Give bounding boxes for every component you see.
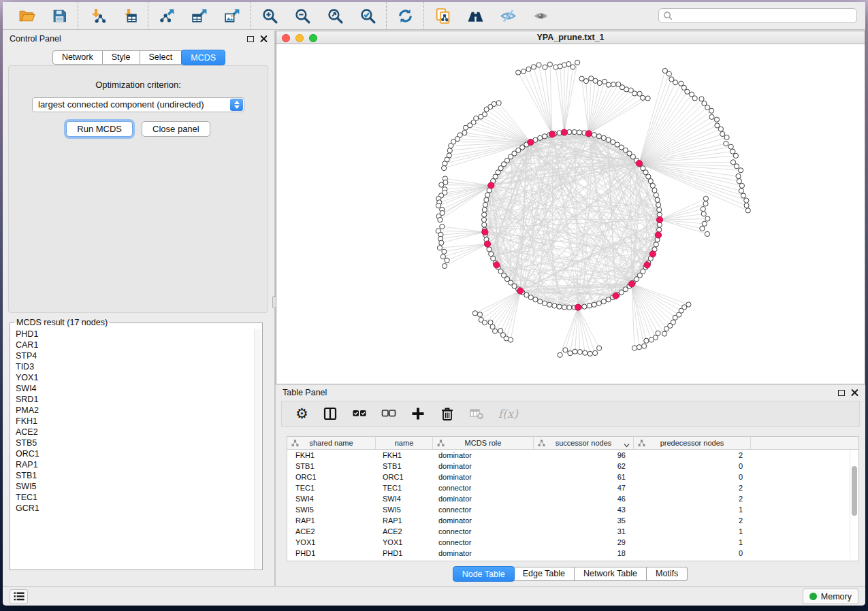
add-icon[interactable] <box>411 406 425 422</box>
column-header-successor-nodes[interactable]: successor nodes <box>534 437 634 449</box>
export-network-icon[interactable] <box>157 6 176 25</box>
zoom-out-icon[interactable] <box>293 6 312 25</box>
save-session-icon[interactable] <box>50 6 69 25</box>
table-cell: 0 <box>634 472 751 482</box>
mcds-result-item[interactable]: SRD1 <box>11 394 254 405</box>
table-row[interactable]: ACE2ACE2connector311 <box>287 526 858 537</box>
table-row[interactable]: RAP1RAP1dominator352 <box>287 515 858 526</box>
mcds-result-item[interactable]: STP4 <box>11 350 254 361</box>
refresh-icon[interactable] <box>396 6 415 25</box>
mcds-result-item[interactable]: PHD1 <box>11 329 254 340</box>
network-window-titlebar[interactable]: YPA_prune.txt_1 <box>276 31 865 44</box>
mcds-result-item[interactable]: CAR1 <box>11 340 254 350</box>
table-cell: 2 <box>634 450 751 461</box>
export-image-icon[interactable] <box>223 6 242 25</box>
maximize-window-icon[interactable] <box>309 34 317 42</box>
split-panel-icon[interactable] <box>323 406 338 422</box>
main-toolbar <box>3 2 865 30</box>
criterion-dropdown[interactable]: largest connected component (undirected) <box>32 97 244 112</box>
copy-network-icon[interactable] <box>433 6 452 25</box>
close-window-icon[interactable] <box>282 34 290 42</box>
table-tab-network-table[interactable]: Network Table <box>575 567 647 581</box>
search-input[interactable] <box>673 10 856 22</box>
hide-selected-icon[interactable] <box>498 6 517 25</box>
function-builder-icon: f(x) <box>498 406 518 422</box>
column-header-MCDS-role[interactable]: MCDS role <box>433 437 534 449</box>
import-network-icon[interactable] <box>87 6 106 25</box>
mcds-result-item[interactable]: RAP1 <box>11 459 254 470</box>
mcds-list-scrollbar[interactable] <box>254 329 261 569</box>
tab-mcds[interactable]: MCDS <box>181 50 225 65</box>
float-table-panel-icon[interactable] <box>838 390 845 396</box>
table-row[interactable]: SWI4SWI4dominator462 <box>287 493 858 504</box>
memory-button[interactable]: Memory <box>803 589 858 604</box>
close-table-panel-icon[interactable] <box>851 389 858 397</box>
zoom-selected-icon[interactable] <box>358 6 377 25</box>
table-row[interactable]: STB1STB1dominator620 <box>287 461 858 472</box>
table-scrollbar-thumb[interactable] <box>852 466 857 516</box>
mcds-result-item[interactable]: SWI5 <box>11 481 254 492</box>
mcds-result-item[interactable]: PMA2 <box>11 405 254 416</box>
memory-label: Memory <box>821 592 852 601</box>
mcds-result-list[interactable]: PHD1CAR1STP4TID3YOX1SWI4SRD1PMA2FKH1ACE2… <box>11 329 254 569</box>
delete-icon[interactable] <box>440 406 455 422</box>
table-row[interactable]: PHD1PHD1dominator180 <box>287 548 858 559</box>
close-panel-button[interactable]: Close panel <box>142 121 210 137</box>
mcds-result-item[interactable]: TID3 <box>11 361 254 372</box>
mcds-result-item[interactable]: STB5 <box>11 437 254 448</box>
column-settings-icon[interactable]: ⚙ <box>295 406 308 422</box>
table-row[interactable]: TEC1TEC1connector472 <box>287 482 858 493</box>
table-tab-node-table[interactable]: Node Table <box>453 566 515 582</box>
mcds-result-item[interactable]: FKH1 <box>11 416 254 427</box>
tab-network[interactable]: Network <box>52 50 103 65</box>
open-session-icon[interactable] <box>17 6 36 25</box>
show-all-icon[interactable] <box>531 6 550 25</box>
column-header-shared-name[interactable]: shared name <box>287 437 376 449</box>
table-row[interactable]: SWI5SWI5connector431 <box>287 504 858 515</box>
window-list-button[interactable] <box>10 589 28 604</box>
first-neighbors-icon[interactable] <box>466 6 485 25</box>
table-cell: TEC1 <box>287 482 376 493</box>
float-panel-icon[interactable] <box>247 36 254 42</box>
network-window: YPA_prune.txt_1 <box>276 31 865 384</box>
mcds-result-item[interactable]: ORC1 <box>11 448 254 459</box>
table-tab-edge-table[interactable]: Edge Table <box>514 567 575 581</box>
table-cell: FKH1 <box>287 450 376 461</box>
table-cell: TEC1 <box>376 482 433 493</box>
zoom-fit-icon[interactable] <box>325 6 344 25</box>
deselect-all-icon[interactable] <box>381 406 396 422</box>
table-row[interactable]: ORC1ORC1dominator610 <box>287 472 858 482</box>
control-panel: Control Panel NetworkStyleSelectMCDS Opt… <box>3 31 274 586</box>
network-canvas[interactable] <box>276 44 865 384</box>
table-tab-motifs[interactable]: Motifs <box>647 567 688 581</box>
table-cell: PHD1 <box>376 548 433 559</box>
run-mcds-button[interactable]: Run MCDS <box>66 121 133 137</box>
close-panel-icon[interactable] <box>260 35 268 43</box>
column-header-predecessor-nodes[interactable]: predecessor nodes <box>634 437 751 449</box>
window-list-icon <box>14 592 25 601</box>
column-header-name[interactable]: name <box>376 437 433 449</box>
search-box[interactable] <box>658 8 857 23</box>
select-all-icon[interactable] <box>352 406 367 422</box>
mcds-result-item[interactable]: SWI4 <box>11 383 254 394</box>
mcds-result-item[interactable]: GCR1 <box>11 503 254 514</box>
tab-style[interactable]: Style <box>103 50 140 65</box>
mcds-tab-content: Optimization criterion: largest connecte… <box>8 65 268 313</box>
zoom-in-icon[interactable] <box>260 6 279 25</box>
table-row[interactable]: FKH1FKH1dominator962 <box>287 450 858 461</box>
node-table[interactable]: shared namename MCDS role successor node… <box>287 436 859 561</box>
export-table-icon[interactable] <box>190 6 209 25</box>
table-scrollbar[interactable] <box>850 451 857 559</box>
table-cell: connector <box>433 526 534 537</box>
mcds-result-item[interactable]: YOX1 <box>11 372 254 383</box>
table-tabs: Node TableEdge TableNetwork TableMotifs <box>276 567 865 581</box>
mcds-result-item[interactable]: TEC1 <box>11 492 254 503</box>
table-row[interactable]: YOX1YOX1connector291 <box>287 537 858 548</box>
table-panel-header: Table Panel <box>276 384 865 401</box>
import-table-icon[interactable] <box>120 6 139 25</box>
tab-select[interactable]: Select <box>140 50 182 65</box>
table-cell: dominator <box>433 461 534 472</box>
mcds-result-item[interactable]: STB1 <box>11 470 254 481</box>
mcds-result-item[interactable]: ACE2 <box>11 427 254 437</box>
minimize-window-icon[interactable] <box>295 34 304 42</box>
